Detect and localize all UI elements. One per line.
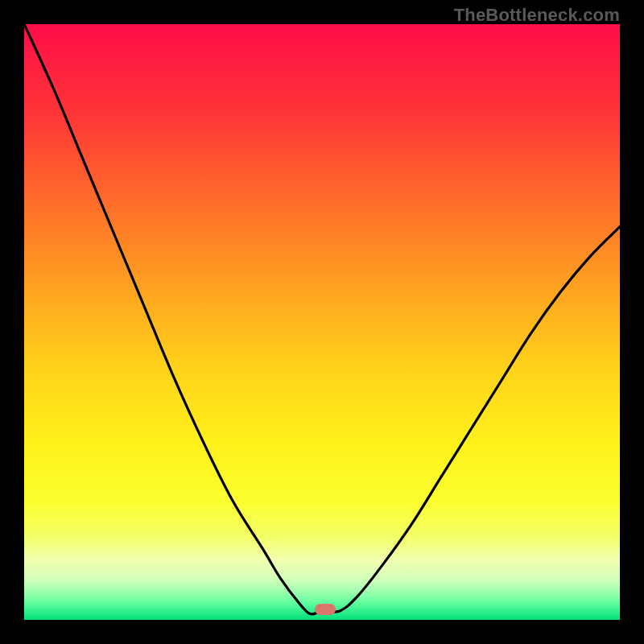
chart-frame: TheBottleneck.com	[0, 0, 644, 644]
attribution-text: TheBottleneck.com	[454, 5, 620, 26]
plot-area	[24, 24, 620, 620]
bottleneck-curve	[24, 24, 620, 620]
optimum-marker	[315, 604, 336, 615]
